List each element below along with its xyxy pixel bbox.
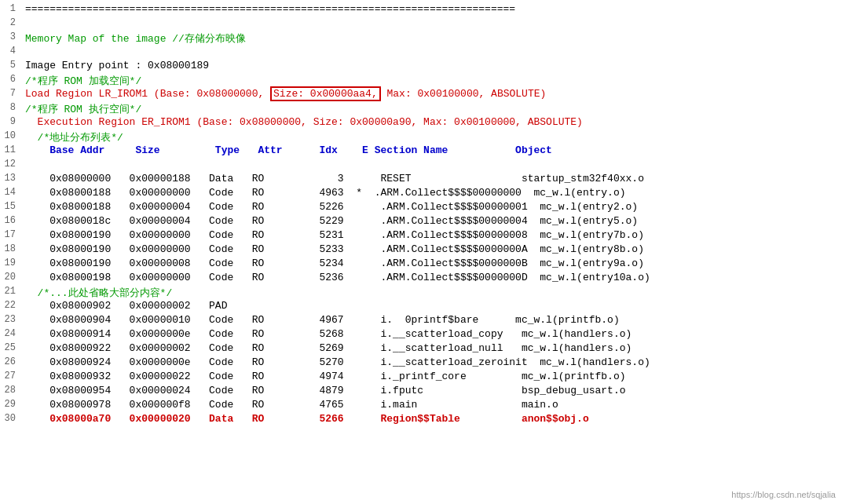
code-line: 22 0x08000902 0x00000002 PAD bbox=[0, 300, 842, 314]
line-text: ========================================… bbox=[22, 3, 842, 15]
code-line: 29 0x08000978 0x000000f8 Code RO 4765 i.… bbox=[0, 399, 842, 413]
line-number: 15 bbox=[0, 201, 22, 212]
code-line: 12 bbox=[0, 159, 842, 173]
line-number: 7 bbox=[0, 88, 22, 99]
line-number: 8 bbox=[0, 102, 22, 113]
code-line: 1=======================================… bbox=[0, 3, 842, 17]
line-number: 29 bbox=[0, 399, 22, 410]
line-number: 19 bbox=[0, 257, 22, 268]
line-number: 14 bbox=[0, 187, 22, 198]
line-text: 0x08000954 0x00000024 Code RO 4879 i.fpu… bbox=[22, 385, 842, 396]
line-number: 23 bbox=[0, 314, 22, 325]
code-line: 11 Base Addr Size Type Attr Idx E Sectio… bbox=[0, 144, 842, 159]
line-text: 0x08000188 0x00000004 Code RO 5226 .ARM.… bbox=[22, 201, 842, 213]
code-line: 8/*程序 ROM 执行空间*/ bbox=[0, 102, 842, 116]
line-text: 0x0800018c 0x00000004 Code RO 5229 .ARM.… bbox=[22, 215, 842, 227]
line-text: 0x08000922 0x00000002 Code RO 5269 i.__s… bbox=[22, 342, 842, 354]
line-number: 11 bbox=[0, 144, 22, 155]
line-number: 2 bbox=[0, 17, 22, 28]
code-line: 13 0x08000000 0x00000188 Data RO 3 RESET… bbox=[0, 173, 842, 187]
line-text: 0x08000190 0x00000008 Code RO 5234 .ARM.… bbox=[22, 257, 842, 269]
line-number: 9 bbox=[0, 116, 22, 127]
line-number: 12 bbox=[0, 159, 22, 170]
line-number: 28 bbox=[0, 385, 22, 396]
code-line: 4 bbox=[0, 46, 842, 60]
line-number: 3 bbox=[0, 31, 22, 42]
line-number: 1 bbox=[0, 3, 22, 14]
line-text: Base Addr Size Type Attr Idx E Section N… bbox=[22, 144, 842, 156]
line-text: /*地址分布列表*/ bbox=[22, 130, 842, 144]
code-container: 1=======================================… bbox=[0, 0, 842, 504]
line-number: 5 bbox=[0, 60, 22, 71]
code-line: 24 0x08000914 0x0000000e Code RO 5268 i.… bbox=[0, 328, 842, 342]
line-text: 0x08000932 0x00000022 Code RO 4974 i._pr… bbox=[22, 371, 842, 382]
line-number: 6 bbox=[0, 74, 22, 85]
code-line: 23 0x08000904 0x00000010 Code RO 4967 i.… bbox=[0, 314, 842, 328]
line-text: Image Entry point : 0x08000189 bbox=[22, 60, 842, 71]
code-line: 28 0x08000954 0x00000024 Code RO 4879 i.… bbox=[0, 385, 842, 399]
line-number: 24 bbox=[0, 328, 22, 339]
code-line: 21 /*...此处省略大部分内容*/ bbox=[0, 286, 842, 300]
code-line: 3Memory Map of the image //存储分布映像 bbox=[0, 31, 842, 46]
line-number: 21 bbox=[0, 286, 22, 297]
line-number: 4 bbox=[0, 46, 22, 57]
line-text: Load Region LR_IROM1 (Base: 0x08000000, … bbox=[22, 88, 842, 100]
code-line: 19 0x08000190 0x00000008 Code RO 5234 .A… bbox=[0, 257, 842, 272]
line-text: 0x08000904 0x00000010 Code RO 4967 i. 0p… bbox=[22, 314, 842, 326]
line-number: 17 bbox=[0, 229, 22, 240]
line-number: 10 bbox=[0, 130, 22, 141]
line-text: 0x08000a70 0x00000020 Data RO 5266 Regio… bbox=[22, 413, 842, 425]
line-text: Memory Map of the image //存储分布映像 bbox=[22, 31, 842, 46]
code-line: 14 0x08000188 0x00000000 Code RO 4963 * … bbox=[0, 187, 842, 201]
line-number: 30 bbox=[0, 413, 22, 424]
line-text: Execution Region ER_IROM1 (Base: 0x08000… bbox=[22, 116, 842, 128]
line-text: 0x08000190 0x00000000 Code RO 5231 .ARM.… bbox=[22, 229, 842, 241]
line-number: 13 bbox=[0, 173, 22, 184]
line-text: 0x08000198 0x00000000 Code RO 5236 .ARM.… bbox=[22, 272, 842, 283]
line-number: 20 bbox=[0, 272, 22, 283]
line-text: 0x08000190 0x00000000 Code RO 5233 .ARM.… bbox=[22, 243, 842, 255]
code-line: 5Image Entry point : 0x08000189 bbox=[0, 60, 842, 74]
line-text: /*程序 ROM 加载空间*/ bbox=[22, 74, 842, 88]
code-line: 30 0x08000a70 0x00000020 Data RO 5266 Re… bbox=[0, 413, 842, 427]
code-line: 26 0x08000924 0x0000000e Code RO 5270 i.… bbox=[0, 356, 842, 371]
code-line: 18 0x08000190 0x00000000 Code RO 5233 .A… bbox=[0, 243, 842, 257]
line-number: 27 bbox=[0, 371, 22, 382]
code-line: 6/*程序 ROM 加载空间*/ bbox=[0, 74, 842, 88]
line-text: /*...此处省略大部分内容*/ bbox=[22, 286, 842, 300]
code-line: 20 0x08000198 0x00000000 Code RO 5236 .A… bbox=[0, 272, 842, 286]
line-text: 0x08000188 0x00000000 Code RO 4963 * .AR… bbox=[22, 187, 842, 199]
code-line: 16 0x0800018c 0x00000004 Code RO 5229 .A… bbox=[0, 215, 842, 229]
code-line: 27 0x08000932 0x00000022 Code RO 4974 i.… bbox=[0, 371, 842, 385]
line-text: 0x08000978 0x000000f8 Code RO 4765 i.mai… bbox=[22, 399, 842, 411]
line-number: 25 bbox=[0, 342, 22, 353]
line-text: 0x08000924 0x0000000e Code RO 5270 i.__s… bbox=[22, 356, 842, 368]
line-number: 22 bbox=[0, 300, 22, 311]
line-text: /*程序 ROM 执行空间*/ bbox=[22, 102, 842, 116]
code-line: 7Load Region LR_IROM1 (Base: 0x08000000,… bbox=[0, 88, 842, 102]
line-text: 0x08000902 0x00000002 PAD bbox=[22, 300, 842, 312]
line-number: 26 bbox=[0, 356, 22, 367]
line-text: 0x08000000 0x00000188 Data RO 3 RESET st… bbox=[22, 173, 842, 184]
code-line: 10 /*地址分布列表*/ bbox=[0, 130, 842, 144]
code-line: 2 bbox=[0, 17, 842, 31]
code-line: 15 0x08000188 0x00000004 Code RO 5226 .A… bbox=[0, 201, 842, 215]
code-line: 25 0x08000922 0x00000002 Code RO 5269 i.… bbox=[0, 342, 842, 356]
code-line: 17 0x08000190 0x00000000 Code RO 5231 .A… bbox=[0, 229, 842, 243]
watermark: https://blog.csdn.net/sqjalia bbox=[731, 490, 836, 499]
line-number: 16 bbox=[0, 215, 22, 226]
line-text: 0x08000914 0x0000000e Code RO 5268 i.__s… bbox=[22, 328, 842, 340]
line-number: 18 bbox=[0, 243, 22, 254]
code-line: 9 Execution Region ER_IROM1 (Base: 0x080… bbox=[0, 116, 842, 130]
